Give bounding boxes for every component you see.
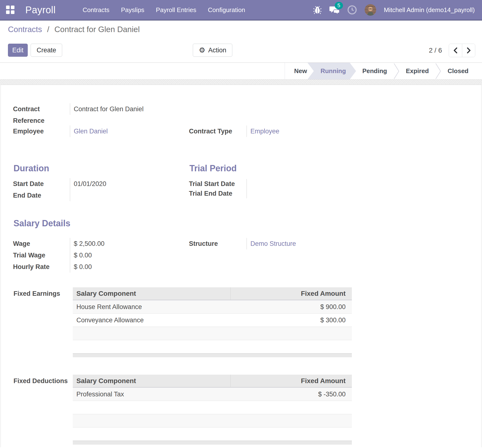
pager: 2 / 6: [429, 44, 475, 57]
fixed-earnings-label: Fixed Earnings: [14, 289, 60, 298]
breadcrumb: Contracts / Contract for Glen Daniel: [8, 25, 140, 34]
fixed-amount-cell: $ 300.00: [231, 314, 352, 327]
salary-details-section-title: Salary Details: [14, 219, 70, 228]
fixed-amount-cell: [231, 401, 352, 414]
structure-label: Structure: [189, 238, 247, 249]
messages-icon[interactable]: 5: [329, 5, 340, 15]
menu-payroll-entries[interactable]: Payroll Entries: [156, 6, 196, 14]
salary-component-cell: [73, 327, 231, 340]
table-row[interactable]: [73, 340, 352, 353]
user-menu[interactable]: Mitchell Admin (demo14_payroll): [384, 6, 475, 14]
table-row[interactable]: [73, 401, 352, 414]
table-row[interactable]: [73, 414, 352, 427]
activities-clock-icon[interactable]: [347, 5, 357, 15]
table-footer: [73, 441, 352, 445]
end-date-label: End Date: [13, 190, 70, 201]
contract-reference-label: Contract Reference: [13, 103, 70, 115]
pager-next-button[interactable]: [462, 44, 475, 57]
action-button[interactable]: ⚙ Action: [193, 44, 232, 57]
top-navbar: Payroll ContractsPayslipsPayroll Entries…: [0, 0, 482, 21]
message-count-badge: 5: [335, 2, 343, 9]
fixed-deductions-label: Fixed Deductions: [14, 376, 68, 386]
app-title[interactable]: Payroll: [25, 5, 56, 16]
contract-type-label: Contract Type: [189, 125, 247, 137]
form-sheet: Contract Reference Contract for Glen Dan…: [0, 85, 482, 447]
structure-value-link[interactable]: Demo Structure: [250, 240, 296, 247]
apps-menu-icon[interactable]: [6, 6, 15, 14]
table-row[interactable]: Conveyance Allowance$ 300.00: [73, 314, 352, 327]
employee-value-link[interactable]: Glen Daniel: [74, 128, 108, 135]
trial-start-date-value: [247, 179, 361, 189]
status-step-pending[interactable]: Pending: [356, 63, 393, 79]
salary-component-cell: Conveyance Allowance: [73, 314, 231, 327]
start-date-value: 01/01/2020: [70, 178, 185, 190]
breadcrumb-separator: /: [47, 25, 49, 34]
salary-component-cell: House Rent Allowance: [73, 300, 231, 313]
status-step-closed[interactable]: Closed: [441, 63, 475, 79]
employee-label: Employee: [13, 125, 70, 137]
menu-payslips[interactable]: Payslips: [121, 6, 144, 14]
column-header-salary-component[interactable]: Salary Component: [73, 287, 231, 300]
fixed-amount-cell: $ 900.00: [231, 300, 352, 313]
wage-label: Wage: [13, 238, 70, 249]
pager-count: 2 / 6: [429, 47, 442, 54]
table-row[interactable]: [73, 327, 352, 340]
trial-start-date-label: Trial Start Date: [189, 179, 247, 189]
avatar[interactable]: [365, 4, 376, 16]
column-header-fixed-amount[interactable]: Fixed Amount: [231, 375, 352, 387]
menu-configuration[interactable]: Configuration: [208, 6, 245, 14]
fixed-earnings-table: Salary Component Fixed Amount House Rent…: [73, 287, 352, 357]
action-button-label: Action: [208, 47, 226, 54]
fixed-amount-cell: $ -350.00: [231, 388, 352, 401]
fixed-amount-cell: [231, 340, 352, 353]
breadcrumb-current: Contract for Glen Daniel: [54, 25, 140, 34]
contract-type-value-link[interactable]: Employee: [250, 128, 279, 135]
fixed-amount-cell: [231, 427, 352, 440]
salary-component-cell: [73, 414, 231, 427]
gear-icon: ⚙: [199, 47, 205, 54]
status-steps: NewRunningPendingExpiredClosed: [285, 63, 475, 79]
menu-contracts[interactable]: Contracts: [83, 6, 109, 14]
status-step-running[interactable]: Running: [308, 63, 356, 79]
trial-end-date-value: [247, 189, 361, 198]
end-date-value: [70, 190, 185, 201]
form-statusbar: NewRunningPendingExpiredClosed: [0, 63, 482, 80]
trial-period-section-title: Trial Period: [189, 164, 237, 173]
sheet-background-strip: [0, 80, 482, 85]
trial-wage-value: $ 0.00: [70, 249, 185, 261]
hourly-rate-label: Hourly Rate: [13, 261, 70, 273]
start-date-label: Start Date: [13, 178, 70, 190]
top-menu: ContractsPayslipsPayroll EntriesConfigur…: [83, 6, 245, 14]
pager-previous-button[interactable]: [449, 44, 462, 57]
column-header-salary-component[interactable]: Salary Component: [73, 375, 231, 387]
fixed-amount-cell: [231, 414, 352, 427]
column-header-fixed-amount[interactable]: Fixed Amount: [231, 287, 352, 300]
duration-section-title: Duration: [14, 164, 49, 173]
salary-component-cell: Professional Tax: [73, 388, 231, 401]
table-row[interactable]: Professional Tax$ -350.00: [73, 388, 352, 401]
systray: 5: [313, 4, 475, 16]
breadcrumb-contracts-link[interactable]: Contracts: [8, 25, 42, 34]
create-button[interactable]: Create: [31, 44, 62, 57]
trial-wage-label: Trial Wage: [13, 249, 70, 261]
salary-component-cell: [73, 427, 231, 440]
table-footer: [73, 353, 352, 357]
chevron-separator-icon: [435, 63, 441, 79]
wage-value: $ 2,500.00: [70, 238, 185, 249]
contract-reference-value: Contract for Glen Daniel: [70, 103, 185, 115]
salary-component-cell: [73, 340, 231, 353]
edit-button[interactable]: Edit: [8, 44, 28, 57]
chevron-separator-icon: [393, 63, 400, 79]
trial-end-date-label: Trial End Date: [189, 189, 247, 198]
table-row[interactable]: House Rent Allowance$ 900.00: [73, 300, 352, 314]
salary-component-cell: [73, 401, 231, 414]
control-panel: Contracts / Contract for Glen Daniel Edi…: [0, 21, 482, 63]
debug-bug-icon[interactable]: [313, 6, 322, 14]
hourly-rate-value: $ 0.00: [70, 261, 185, 273]
table-row[interactable]: [73, 427, 352, 441]
status-step-expired[interactable]: Expired: [400, 63, 435, 79]
fixed-deductions-table: Salary Component Fixed Amount Profession…: [73, 375, 352, 445]
fixed-amount-cell: [231, 327, 352, 340]
